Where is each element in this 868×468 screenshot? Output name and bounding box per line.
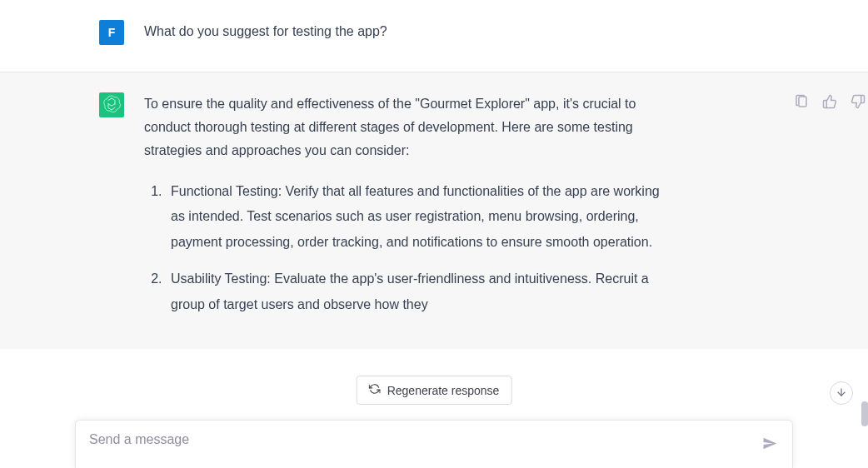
list-item: Usability Testing: Evaluate the app's us…	[166, 266, 661, 317]
send-button[interactable]	[759, 432, 781, 456]
assistant-message-row: To ensure the quality and effectiveness …	[0, 72, 868, 349]
user-avatar: F	[99, 20, 124, 45]
message-input[interactable]	[89, 432, 752, 447]
user-message-row: F What do you suggest for testing the ap…	[0, 0, 868, 72]
thumbs-down-icon	[851, 94, 866, 112]
send-icon	[762, 436, 777, 453]
message-input-container	[75, 420, 793, 468]
user-message-content: What do you suggest for testing the app?	[144, 20, 661, 45]
regenerate-button[interactable]: Regenerate response	[357, 376, 512, 405]
assistant-avatar	[99, 92, 124, 117]
clipboard-icon	[794, 94, 809, 112]
assistant-intro-text: To ensure the quality and effectiveness …	[144, 92, 661, 162]
message-actions	[792, 92, 867, 113]
scroll-to-bottom-button[interactable]	[830, 381, 853, 405]
scrollbar-thumb[interactable]	[861, 401, 868, 426]
user-message-text: What do you suggest for testing the app?	[144, 20, 661, 43]
assistant-list: Functional Testing: Verify that all feat…	[144, 179, 661, 317]
user-avatar-letter: F	[108, 26, 116, 39]
assistant-message-content: To ensure the quality and effectiveness …	[144, 92, 661, 329]
thumbs-up-icon	[822, 94, 837, 112]
arrow-down-icon	[836, 386, 847, 401]
regenerate-label: Regenerate response	[387, 384, 500, 397]
refresh-icon	[369, 383, 381, 397]
openai-logo-icon	[102, 95, 121, 116]
copy-button[interactable]	[792, 92, 811, 113]
list-item: Functional Testing: Verify that all feat…	[166, 179, 661, 255]
thumbs-down-button[interactable]	[849, 92, 867, 113]
svg-rect-0	[799, 97, 806, 107]
thumbs-up-button[interactable]	[821, 92, 839, 113]
input-area	[0, 420, 868, 468]
